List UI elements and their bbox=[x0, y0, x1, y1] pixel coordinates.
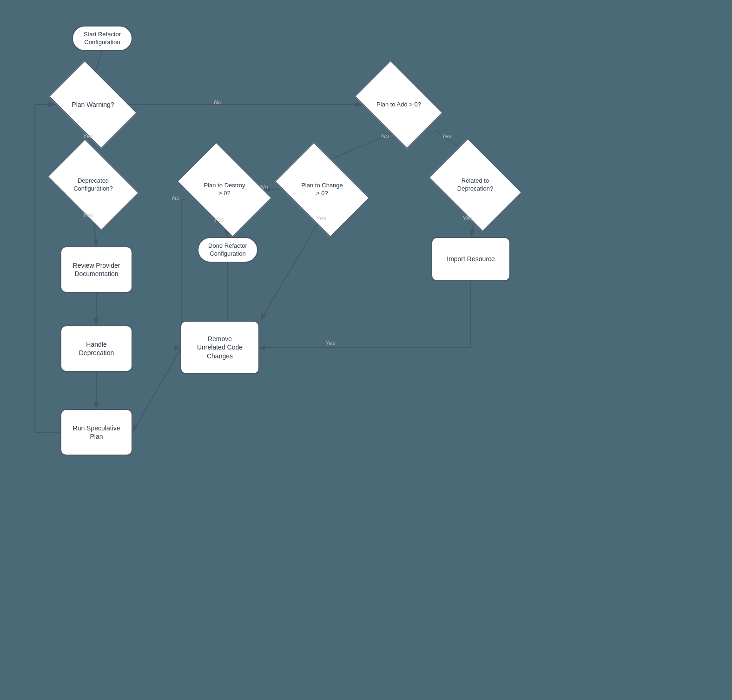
plan-warning-node: Plan Warning? bbox=[56, 79, 130, 130]
plan-add-node: Plan to Add > 0? bbox=[362, 79, 436, 130]
start-node: Start Refactor Configuration bbox=[72, 26, 132, 51]
label-yes2: Yes bbox=[442, 132, 452, 139]
deprecated-config-node: DeprecatedConfiguration? bbox=[55, 158, 132, 211]
import-resource-node: Import Resource bbox=[431, 237, 510, 281]
flowchart-canvas: Start Refactor Configuration Plan Warnin… bbox=[0, 0, 732, 700]
label-yes6: Yes bbox=[462, 215, 473, 222]
label-yes5: Yes bbox=[214, 216, 224, 223]
plan-destroy-node: Plan to Destroy> 0? bbox=[185, 162, 264, 218]
handle-deprecation-node: HandleDeprecation bbox=[60, 325, 132, 372]
label-yes-plan-change-right: Yes bbox=[325, 339, 336, 346]
label-yes4: Yes bbox=[316, 215, 326, 222]
related-deprecation-node: Related toDeprecation? bbox=[437, 157, 514, 213]
label-yes3: Yes bbox=[83, 211, 93, 218]
done-node: Done Refactor Configuration bbox=[198, 237, 258, 263]
label-yes1: Yes bbox=[83, 132, 93, 139]
plan-change-node: Plan to Change> 0? bbox=[283, 162, 362, 218]
label-no3: No bbox=[260, 184, 268, 191]
run-speculative-node: Run SpeculativePlan bbox=[60, 409, 132, 456]
label-no2: No bbox=[381, 132, 389, 139]
svg-line-8 bbox=[260, 216, 322, 321]
svg-line-17 bbox=[132, 348, 181, 432]
label-no4: No bbox=[172, 194, 180, 201]
remove-unrelated-node: RemoveUnrelated CodeChanges bbox=[180, 321, 259, 374]
label-no1: No bbox=[214, 99, 222, 106]
review-provider-node: Review ProviderDocumentation bbox=[60, 246, 132, 293]
